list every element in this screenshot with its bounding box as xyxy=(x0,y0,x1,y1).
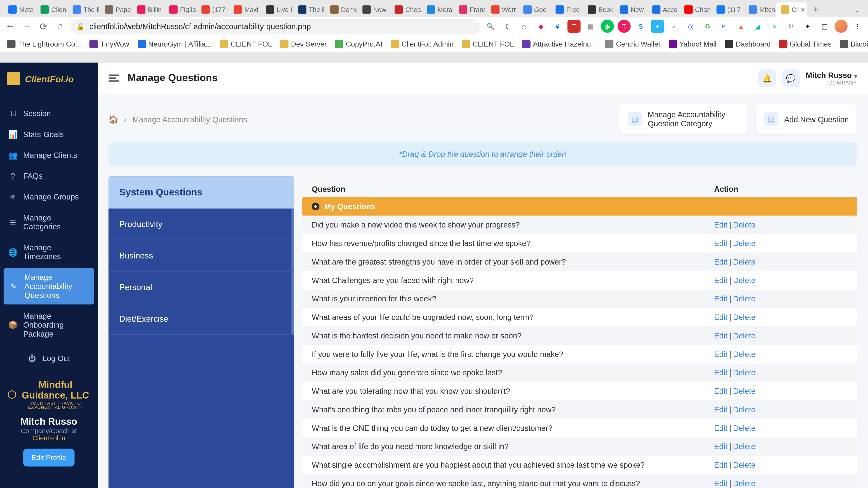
browser-tab[interactable]: The E xyxy=(68,2,99,17)
home-icon[interactable]: 🏠 xyxy=(108,115,118,124)
sidebar-item[interactable]: 📊Stats-Goals xyxy=(0,124,98,144)
star-icon[interactable]: ☆ xyxy=(518,20,530,33)
category-item[interactable]: Business xyxy=(108,240,294,272)
ext-icon-11[interactable]: ♻ xyxy=(701,20,714,33)
category-item[interactable]: Diet/Exercise xyxy=(108,303,294,335)
bell-icon[interactable]: 🔔 xyxy=(758,69,776,87)
ext-icon-14[interactable]: ◢ xyxy=(751,20,764,33)
edit-link[interactable]: Edit xyxy=(714,313,727,322)
edit-link[interactable]: Edit xyxy=(714,368,727,377)
bookmark-item[interactable]: ClientFol: Admin xyxy=(387,37,457,51)
table-row[interactable]: How did you do on your goals since we sp… xyxy=(302,474,857,488)
delete-link[interactable]: Delete xyxy=(733,294,755,303)
browser-tab[interactable]: (1) 7 xyxy=(712,2,743,17)
category-heading[interactable]: System Questions xyxy=(108,176,294,208)
edit-link[interactable]: Edit xyxy=(714,405,727,414)
delete-link[interactable]: Delete xyxy=(733,331,755,340)
bookmark-item[interactable]: Centric Wallet xyxy=(602,37,664,51)
edit-link[interactable]: Edit xyxy=(714,331,727,340)
browser-tab[interactable]: Frans xyxy=(454,2,485,17)
table-row[interactable]: What single accomplishment are you happi… xyxy=(302,456,857,474)
browser-tab[interactable]: Goo xyxy=(519,2,550,17)
close-icon[interactable]: ✕ xyxy=(800,6,806,13)
extensions-icon[interactable]: ✦ xyxy=(801,20,814,33)
tabs-expand-icon[interactable]: ⌄ xyxy=(849,6,864,13)
manage-category-button[interactable]: ▤ Manage Accountability Question Categor… xyxy=(619,104,747,134)
ext-icon-12[interactable]: P₁ xyxy=(718,20,731,33)
side-panel-icon[interactable]: ▥ xyxy=(818,20,831,33)
sidebar-user-link[interactable]: ClientFol.io xyxy=(0,434,98,442)
bookmark-item[interactable]: CLIENT FOL xyxy=(458,37,518,51)
home-button[interactable]: ⌂ xyxy=(54,20,67,33)
delete-link[interactable]: Delete xyxy=(733,313,755,322)
bookmark-item[interactable]: Dev Server xyxy=(277,37,330,51)
edit-link[interactable]: Edit xyxy=(714,221,727,230)
ext-icon-5[interactable]: ◉ xyxy=(601,20,614,33)
browser-tab[interactable]: Acco xyxy=(647,2,678,17)
hamburger-icon[interactable] xyxy=(108,74,119,82)
browser-tab[interactable]: Maxi xyxy=(229,2,260,17)
bookmark-item[interactable]: The Lightroom Co... xyxy=(4,37,85,51)
table-row[interactable]: How has revenue/profits changed since th… xyxy=(302,234,857,253)
delete-link[interactable]: Delete xyxy=(733,387,755,396)
delete-link[interactable]: Delete xyxy=(733,368,755,377)
new-tab-button[interactable]: + xyxy=(808,4,824,15)
sidebar-item[interactable]: ?FAQs xyxy=(0,166,98,186)
delete-link[interactable]: Delete xyxy=(733,239,755,248)
browser-tab[interactable]: (177 u xyxy=(197,2,228,17)
browser-tab[interactable]: Clien xyxy=(36,2,67,17)
url-field[interactable]: 🔒 clientfol.io/web/MitchRusso/cf-admin/a… xyxy=(70,19,480,34)
sidebar-item[interactable]: ⚛Manage Groups xyxy=(0,186,98,207)
browser-tab[interactable]: Live B xyxy=(261,2,292,17)
table-row[interactable]: What are the greatest strengths you have… xyxy=(302,253,857,271)
browser-tab[interactable]: Worr xyxy=(487,2,518,17)
table-row[interactable]: What Challenges are you faced with right… xyxy=(302,271,857,290)
edit-link[interactable]: Edit xyxy=(714,460,727,469)
ext-icon-4[interactable]: ▦ xyxy=(584,20,597,33)
bookmark-item[interactable]: TinyWow xyxy=(86,37,133,51)
back-button[interactable]: ← xyxy=(4,20,17,33)
browser-tab[interactable]: Cl✕ xyxy=(776,2,807,17)
edit-link[interactable]: Edit xyxy=(714,442,727,451)
group-my-questions[interactable]: + My Questions xyxy=(302,197,857,216)
sidebar-item[interactable]: ☰Manage Categories xyxy=(0,207,98,237)
table-row[interactable]: What is your intention for this week?Edi… xyxy=(302,290,857,308)
ext-icon-1[interactable]: ◆ xyxy=(534,20,547,33)
ext-icon-7[interactable]: S xyxy=(634,20,647,33)
sidebar-item[interactable]: 🖥Session xyxy=(0,103,98,124)
browser-tab[interactable]: FigJa xyxy=(164,2,195,17)
ext-icon-9[interactable]: ✓ xyxy=(668,20,681,33)
share-icon[interactable]: ⇧ xyxy=(501,20,514,33)
profile-avatar[interactable] xyxy=(835,20,848,33)
bookmark-item[interactable]: Yahoo! Mail xyxy=(665,37,720,51)
browser-tab[interactable]: Billin xyxy=(132,2,163,17)
ext-icon-15[interactable]: ✕ xyxy=(768,20,781,33)
browser-tab[interactable]: Chea xyxy=(390,2,421,17)
delete-link[interactable]: Delete xyxy=(733,221,755,230)
table-row[interactable]: What area of life do you need more knowl… xyxy=(302,437,857,456)
browser-tab[interactable]: Pape xyxy=(100,2,131,17)
top-user[interactable]: Mitch Russo▾ COMPANY xyxy=(806,70,857,86)
edit-link[interactable]: Edit xyxy=(714,387,727,396)
delete-link[interactable]: Delete xyxy=(733,350,755,359)
delete-link[interactable]: Delete xyxy=(733,442,755,451)
delete-link[interactable]: Delete xyxy=(733,276,755,285)
edit-link[interactable]: Edit xyxy=(714,294,727,303)
ext-icon-8[interactable]: + xyxy=(651,20,664,33)
reload-button[interactable]: ⟳ xyxy=(37,20,50,33)
browser-tab[interactable]: Demo xyxy=(326,2,356,17)
table-row[interactable]: What are you tolerating now that you kno… xyxy=(302,382,857,400)
browser-tab[interactable]: The E xyxy=(293,2,324,17)
bookmark-item[interactable]: Dashboard xyxy=(721,37,774,51)
delete-link[interactable]: Delete xyxy=(733,479,755,488)
table-row[interactable]: What is the ONE thing you can do today t… xyxy=(302,419,857,437)
browser-tab[interactable]: Chan xyxy=(680,2,710,17)
sidebar-item[interactable]: 👥Manage Clients xyxy=(0,145,98,166)
ext-icon-6[interactable]: T xyxy=(618,20,631,33)
browser-tab[interactable]: Book xyxy=(583,2,614,17)
bookmark-item[interactable]: Bitcoin, Litecoin,... xyxy=(836,37,868,51)
browser-tab[interactable]: Meta xyxy=(4,2,35,17)
ext-icon-3[interactable]: T xyxy=(567,20,581,33)
bookmark-item[interactable]: CopyPro.AI xyxy=(332,37,386,51)
search-in-page-icon[interactable]: 🔍 xyxy=(484,20,497,33)
